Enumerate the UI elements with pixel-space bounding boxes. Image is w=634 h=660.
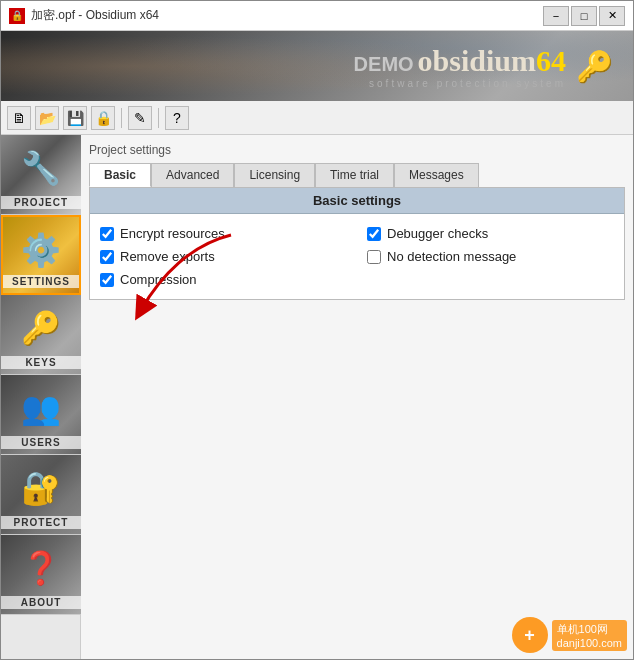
tab-basic[interactable]: Basic	[89, 163, 151, 187]
maximize-button[interactable]: □	[571, 6, 597, 26]
settings-panel: Basic settings Encrypt resources Remove …	[89, 187, 625, 300]
close-button[interactable]: ✕	[599, 6, 625, 26]
tabs-bar: Basic Advanced Licensing Time trial Mess…	[89, 163, 625, 187]
watermark: + 单机100网 danji100.com	[512, 617, 627, 653]
titlebar-controls: − □ ✕	[543, 6, 625, 26]
sidebar-label-project: PROJECT	[1, 196, 81, 209]
sidebar-label-keys: KEYS	[1, 356, 81, 369]
encrypt-label: Encrypt resources	[120, 226, 225, 241]
sidebar-item-about[interactable]: ❓ ABOUT	[1, 535, 81, 615]
brand-text: DEMO obsidium64 software protection syst…	[354, 44, 566, 89]
exports-checkbox[interactable]	[100, 250, 114, 264]
edit-button[interactable]: ✎	[128, 106, 152, 130]
content-area: Project settings Basic Advanced Licensin…	[81, 135, 633, 660]
toolbar-separator	[121, 108, 122, 128]
tab-timetrial[interactable]: Time trial	[315, 163, 394, 187]
debugger-label: Debugger checks	[387, 226, 488, 241]
open-button[interactable]: 📂	[35, 106, 59, 130]
sidebar-label-settings: SETTINGS	[3, 275, 79, 288]
sidebar-item-settings[interactable]: ⚙️ SETTINGS	[1, 215, 81, 295]
window-title: 加密.opf - Obsidium x64	[31, 7, 159, 24]
sidebar-item-protect[interactable]: 🔐 PROTECT	[1, 455, 81, 535]
watermark-circle: +	[512, 617, 548, 653]
save-button[interactable]: 💾	[63, 106, 87, 130]
sidebar-item-project[interactable]: 🔧 PROJECT	[1, 135, 81, 215]
watermark-text: 单机100网 danji100.com	[552, 620, 627, 651]
main-layout: 🔧 PROJECT ⚙️ SETTINGS 🔑 KEYS 👥 USERS 🔐 P…	[1, 135, 633, 660]
new-button[interactable]: 🗎	[7, 106, 31, 130]
users-icon: 👥	[1, 375, 81, 440]
sidebar-label-protect: PROTECT	[1, 516, 81, 529]
nodetect-label: No detection message	[387, 249, 516, 264]
brand-subtitle: software protection system	[369, 78, 566, 89]
checkbox-exports-row: Remove exports	[100, 249, 347, 264]
checkbox-nodetect-row: No detection message	[367, 249, 614, 264]
protect-icon: 🔐	[1, 455, 81, 520]
checkbox-compression-row: Compression	[100, 272, 347, 287]
keys-icon: 🔑	[1, 295, 81, 360]
sidebar-item-users[interactable]: 👥 USERS	[1, 375, 81, 455]
titlebar: 🔒 加密.opf - Obsidium x64 − □ ✕	[1, 1, 633, 31]
about-icon: ❓	[1, 535, 81, 600]
sidebar-item-keys[interactable]: 🔑 KEYS	[1, 295, 81, 375]
header-banner: DEMO obsidium64 software protection syst…	[1, 31, 633, 101]
sidebar-label-about: ABOUT	[1, 596, 81, 609]
left-column: Encrypt resources Remove exports Compres…	[100, 226, 347, 287]
compression-label: Compression	[120, 272, 197, 287]
tab-advanced[interactable]: Advanced	[151, 163, 234, 187]
compression-checkbox[interactable]	[100, 273, 114, 287]
lock-icon-header: 🔑	[576, 49, 613, 84]
brand-name: obsidium64	[418, 44, 566, 78]
app-icon: 🔒	[9, 8, 25, 24]
minimize-button[interactable]: −	[543, 6, 569, 26]
debugger-checkbox[interactable]	[367, 227, 381, 241]
lock-button[interactable]: 🔒	[91, 106, 115, 130]
checkbox-debugger-row: Debugger checks	[367, 226, 614, 241]
right-column: Debugger checks No detection message	[367, 226, 614, 287]
sidebar: 🔧 PROJECT ⚙️ SETTINGS 🔑 KEYS 👥 USERS 🔐 P…	[1, 135, 81, 660]
settings-body: Encrypt resources Remove exports Compres…	[90, 214, 624, 299]
tab-messages[interactable]: Messages	[394, 163, 479, 187]
encrypt-checkbox[interactable]	[100, 227, 114, 241]
window: 🔒 加密.opf - Obsidium x64 − □ ✕ DEMO obsid…	[0, 0, 634, 660]
project-icon: 🔧	[1, 135, 81, 200]
titlebar-left: 🔒 加密.opf - Obsidium x64	[9, 7, 159, 24]
sidebar-label-users: USERS	[1, 436, 81, 449]
brand-demo: DEMO obsidium64	[354, 44, 566, 78]
settings-icon: ⚙️	[3, 217, 79, 282]
exports-label: Remove exports	[120, 249, 215, 264]
section-title: Project settings	[89, 143, 625, 157]
settings-panel-title: Basic settings	[90, 188, 624, 214]
help-button[interactable]: ?	[165, 106, 189, 130]
toolbar: 🗎 📂 💾 🔒 ✎ ?	[1, 101, 633, 135]
tab-licensing[interactable]: Licensing	[234, 163, 315, 187]
checkbox-encrypt-row: Encrypt resources	[100, 226, 347, 241]
nodetect-checkbox[interactable]	[367, 250, 381, 264]
toolbar-separator2	[158, 108, 159, 128]
